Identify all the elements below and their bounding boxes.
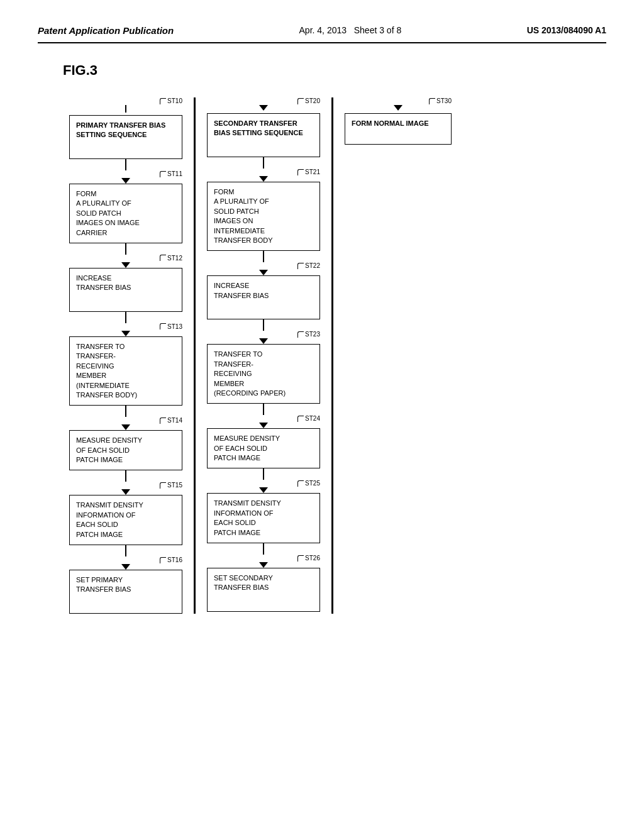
divider-2	[331, 97, 333, 614]
col1-st13-label: ST13	[167, 323, 182, 330]
page: Patent Application Publication Apr. 4, 2…	[0, 0, 644, 830]
col2-step-22: INCREASETRANSFER BIAS	[207, 275, 320, 319]
col1-step-15: TRANSMIT DENSITYINFORMATION OFEACH SOLID…	[69, 495, 182, 545]
col2-connector-4: ST24	[207, 404, 320, 428]
col3-seq-label: ST30	[436, 97, 452, 104]
header: Patent Application Publication Apr. 4, 2…	[38, 25, 606, 43]
col2-connector-2: ST22	[207, 251, 320, 275]
col1-st11-label: ST11	[167, 170, 182, 177]
col2-step-25: TRANSMIT DENSITYINFORMATION OFEACH SOLID…	[207, 493, 320, 543]
col2-seq-label: ST20	[305, 97, 320, 104]
col1-step-16: SET PRIMARYTRANSFER BIAS	[69, 570, 182, 614]
col1-connector-1: ST11	[69, 159, 182, 184]
col2-st22-label: ST22	[305, 262, 320, 269]
col1-step-14: MEASURE DENSITYOF EACH SOLIDPATCH IMAGE	[69, 430, 182, 470]
col1-step-11: FORMA PLURALITY OFSOLID PATCHIMAGES ON I…	[69, 184, 182, 243]
col1-connector-6: ST16	[69, 545, 182, 570]
col1-st16-label: ST16	[167, 556, 182, 563]
col1-seq-title: PRIMARY TRANSFER BIAS SETTING SEQUENCE	[69, 115, 182, 159]
col2-seq-title: SECONDARY TRANSFER BIAS SETTING SEQUENCE	[207, 113, 320, 157]
header-date-sheet: Apr. 4, 2013 Sheet 3 of 8	[299, 25, 402, 35]
publication-label: Patent Application Publication	[38, 25, 174, 36]
col2-st25-label: ST25	[305, 480, 320, 487]
column-3: ST30 FORM NORMAL IMAGE	[338, 97, 458, 145]
flowchart: ST10 PRIMARY TRANSFER BIAS SETTING SEQUE…	[63, 97, 606, 614]
figure-title: FIG.3	[63, 62, 606, 79]
col1-st12-label: ST12	[167, 255, 182, 262]
col1-seq-label: ST10	[167, 97, 182, 104]
col1-st15-label: ST15	[167, 482, 182, 489]
col1-connector-5: ST15	[69, 470, 182, 495]
col1-step-12: INCREASETRANSFER BIAS	[69, 268, 182, 312]
col2-step-24: MEASURE DENSITYOF EACH SOLIDPATCH IMAGE	[207, 428, 320, 468]
col1-connector-3: ST13	[69, 312, 182, 336]
col2-st24-label: ST24	[305, 415, 320, 422]
column-2: ST20 SECONDARY TRANSFER BIAS SETTING SEQ…	[201, 97, 326, 612]
col2-st21-label: ST21	[305, 169, 320, 175]
col2-connector-1: ST21	[207, 157, 320, 182]
col2-step-21: FORMA PLURALITY OFSOLID PATCHIMAGES ONIN…	[207, 182, 320, 251]
column-1: ST10 PRIMARY TRANSFER BIAS SETTING SEQUE…	[63, 97, 189, 614]
col1-st14-label: ST14	[167, 417, 182, 424]
divider-1	[194, 97, 196, 614]
col3-normal-image: FORM NORMAL IMAGE	[345, 113, 452, 145]
col2-connector-5: ST25	[207, 468, 320, 493]
col2-st23-label: ST23	[305, 331, 320, 338]
col2-st26-label: ST26	[305, 555, 320, 562]
col1-step-13: TRANSFER TOTRANSFER-RECEIVINGMEMBER(INTE…	[69, 336, 182, 406]
col2-connector-6: ST26	[207, 543, 320, 568]
col2-connector-3: ST23	[207, 319, 320, 344]
col2-step-23: TRANSFER TOTRANSFER-RECEIVINGMEMBER(RECO…	[207, 344, 320, 404]
col2-step-26: SET SECONDARYTRANSFER BIAS	[207, 568, 320, 612]
patent-number: US 2013/084090 A1	[527, 25, 606, 35]
col1-connector-4: ST14	[69, 406, 182, 430]
col1-connector-2: ST12	[69, 243, 182, 268]
